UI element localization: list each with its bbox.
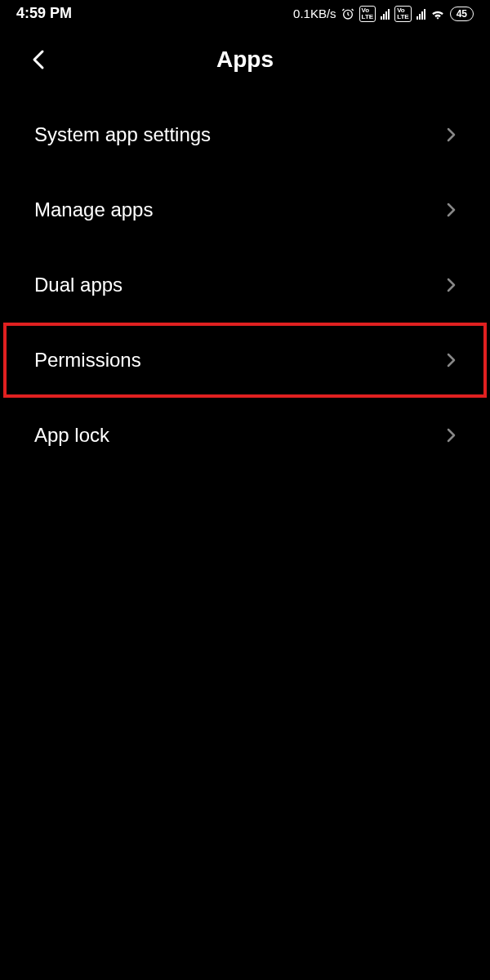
page-title: Apps [16, 47, 474, 73]
network-speed: 0.1KB/s [293, 7, 336, 20]
volte-badge-2: VoLTE [394, 6, 412, 22]
alarm-icon [341, 7, 354, 20]
wifi-icon [430, 8, 445, 20]
menu-label: System app settings [34, 123, 211, 146]
status-indicators: 0.1KB/s VoLTE VoLTE 45 [293, 6, 474, 22]
chevron-right-icon [446, 427, 456, 443]
battery-indicator: 45 [450, 7, 474, 21]
signal-icon-1 [381, 8, 390, 20]
menu-item-manage-apps[interactable]: Manage apps [0, 172, 490, 247]
chevron-right-icon [446, 202, 456, 218]
header: Apps [0, 27, 490, 97]
chevron-right-icon [446, 352, 456, 368]
menu-item-app-lock[interactable]: App lock [0, 398, 490, 473]
volte-badge-1: VoLTE [359, 6, 376, 22]
menu-item-dual-apps[interactable]: Dual apps [0, 247, 490, 323]
chevron-right-icon [446, 127, 456, 143]
status-time: 4:59 PM [16, 5, 72, 22]
status-bar: 4:59 PM 0.1KB/s VoLTE VoLTE 45 [0, 0, 490, 27]
menu-label: App lock [34, 424, 109, 447]
menu-label: Manage apps [34, 198, 153, 221]
back-button[interactable] [26, 47, 51, 72]
menu-list: System app settings Manage apps Dual app… [0, 97, 490, 473]
menu-label: Dual apps [34, 274, 122, 296]
menu-label: Permissions [34, 349, 141, 372]
menu-item-permissions[interactable]: Permissions [3, 323, 487, 398]
menu-item-system-app-settings[interactable]: System app settings [0, 97, 490, 172]
chevron-right-icon [446, 277, 456, 293]
signal-icon-2 [416, 8, 425, 20]
